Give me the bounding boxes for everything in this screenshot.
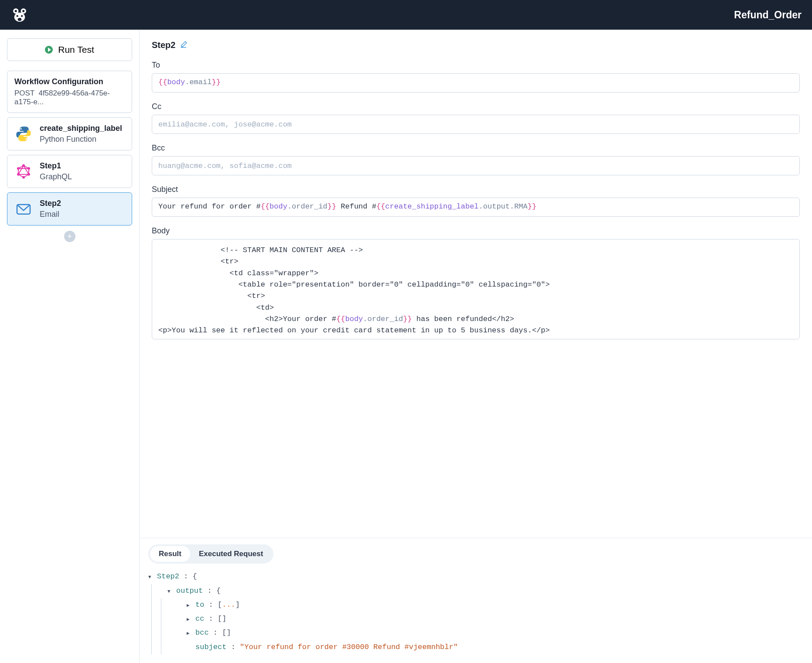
python-icon	[14, 125, 33, 143]
result-panel: Result Executed Request Step2 : { output…	[140, 538, 812, 663]
step-kind: Email	[40, 210, 61, 219]
add-step-button[interactable]: +	[64, 231, 75, 242]
step-kind: Python Function	[40, 135, 122, 144]
step-card-create-shipping-label[interactable]: create_shipping_label Python Function	[7, 117, 132, 150]
email-icon	[14, 200, 33, 218]
step-name: create_shipping_label	[40, 124, 122, 133]
caret-right-icon[interactable]	[187, 626, 193, 640]
tab-executed-request[interactable]: Executed Request	[190, 546, 272, 562]
subject-label: Subject	[152, 185, 800, 194]
caret-down-icon[interactable]	[167, 584, 174, 598]
svg-point-7	[21, 15, 23, 17]
svg-point-3	[22, 10, 24, 12]
workflow-sidebar: Run Test Workflow Configuration POST 4f5…	[0, 30, 140, 663]
svg-point-10	[22, 164, 25, 167]
step-name: Step2	[40, 199, 61, 208]
cc-input[interactable]	[152, 115, 800, 134]
cc-label: Cc	[152, 102, 800, 111]
step-editor: Step2 To {{body.email}} Cc Bcc Subject Y…	[140, 30, 812, 538]
svg-point-11	[27, 167, 30, 170]
to-label: To	[152, 61, 800, 70]
play-icon	[45, 46, 53, 54]
subject-input[interactable]: Your refund for order #{{body.order_id}}…	[152, 198, 800, 217]
run-test-button[interactable]: Run Test	[7, 38, 132, 61]
top-header: Refund_Order	[0, 0, 812, 30]
step-card-step2[interactable]: Step2 Email	[7, 192, 132, 226]
bcc-label: Bcc	[152, 144, 800, 153]
step-kind: GraphQL	[40, 172, 72, 181]
step-card-step1[interactable]: Step1 GraphQL	[7, 155, 132, 188]
svg-point-5	[18, 18, 22, 21]
svg-point-2	[15, 10, 17, 12]
page-title: Refund_Order	[734, 9, 802, 21]
caret-right-icon[interactable]	[187, 598, 193, 612]
svg-point-6	[17, 15, 18, 17]
workflow-config-details: POST 4f582e99-456a-475e-a175-e...	[14, 89, 125, 106]
tab-result[interactable]: Result	[150, 546, 190, 562]
svg-point-13	[22, 176, 25, 179]
step-name: Step1	[40, 161, 72, 171]
svg-point-15	[17, 167, 20, 170]
run-test-label: Run Test	[58, 44, 94, 55]
graphql-icon	[14, 162, 33, 181]
workflow-config-title: Workflow Configuration	[14, 77, 125, 86]
body-editor[interactable]: <!-- START MAIN CONTENT AREA --> <tr> <t…	[152, 239, 800, 339]
bcc-input[interactable]	[152, 156, 800, 175]
svg-point-14	[17, 173, 20, 176]
svg-point-9	[25, 138, 27, 140]
caret-right-icon[interactable]	[187, 612, 193, 626]
svg-point-12	[27, 173, 30, 176]
workflow-config-card[interactable]: Workflow Configuration POST 4f582e99-456…	[7, 71, 132, 113]
caret-down-icon[interactable]	[148, 570, 154, 584]
to-input[interactable]: {{body.email}}	[152, 73, 800, 92]
app-logo-icon	[10, 6, 29, 24]
edit-icon[interactable]	[180, 41, 188, 50]
step-editor-title: Step2	[152, 40, 175, 50]
body-label: Body	[152, 226, 800, 236]
svg-point-8	[20, 128, 22, 130]
result-json-tree[interactable]: Step2 : { output : { to : [...]	[148, 570, 803, 654]
